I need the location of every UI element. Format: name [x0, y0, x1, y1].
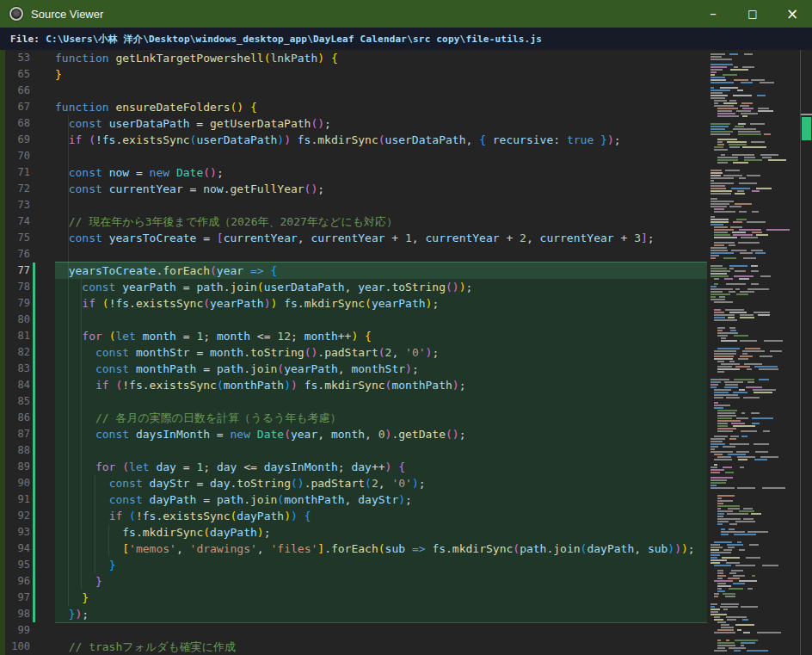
- code-line[interactable]: 67function ensureDateFolders() {: [0, 99, 707, 115]
- minimap-line: [717, 420, 741, 422]
- minimize-button[interactable]: –: [693, 0, 733, 28]
- code-line[interactable]: 77 yearsToCreate.forEach(year => {: [0, 263, 707, 279]
- minimap-line: [742, 146, 766, 148]
- code-line[interactable]: 85: [0, 393, 707, 410]
- code-line[interactable]: 79 if (!fs.existsSync(yearPath)) fs.mkdi…: [0, 295, 707, 312]
- minimap-line: [747, 531, 768, 533]
- close-button[interactable]: ×: [772, 0, 812, 28]
- minimap-line: [744, 53, 753, 55]
- code-line[interactable]: 99: [0, 622, 707, 639]
- minimap-line: [751, 79, 765, 81]
- scrollbar-track[interactable]: [801, 50, 812, 655]
- code-line[interactable]: 97 }: [0, 590, 707, 606]
- code-rows: 53function getLnkTargetPowershell(lnkPat…: [0, 50, 707, 655]
- minimap-line: [710, 273, 727, 275]
- code-line[interactable]: 95 }: [0, 557, 707, 573]
- minimap-line: [770, 350, 782, 352]
- minimap-line: [731, 188, 750, 189]
- code-line[interactable]: 74 // 現在年から3年後まで作成（2026年、2027年などにも対応）: [0, 213, 707, 230]
- minimap-line: [710, 606, 715, 608]
- code-line[interactable]: 93 fs.mkdirSync(dayPath);: [0, 524, 707, 541]
- minimap-line: [740, 252, 753, 254]
- minimap-line: [714, 317, 725, 318]
- code-line[interactable]: 92 if (!fs.existsSync(dayPath)) {: [0, 508, 707, 524]
- minimap-line: [714, 100, 727, 102]
- minimap-line: [710, 386, 717, 388]
- minimap-line: [738, 123, 746, 125]
- code-line[interactable]: 91 const dayPath = path.join(monthPath, …: [0, 491, 707, 508]
- minimap-line: [717, 412, 735, 414]
- code-line[interactable]: 87 const daysInMonth = new Date(year, mo…: [0, 426, 707, 442]
- code-line[interactable]: 78 const yearPath = path.join(userDataPa…: [0, 279, 707, 295]
- code-line[interactable]: 94 ['memos', 'drawings', 'files'].forEac…: [0, 541, 707, 557]
- code-text: const currentYear = now.getFullYear();: [55, 181, 324, 197]
- minimap-line: [717, 361, 724, 362]
- minimap-line: [742, 350, 765, 352]
- minimap-line: [729, 53, 738, 55]
- code-line[interactable]: 53function getLnkTargetPowershell(lnkPat…: [0, 50, 707, 66]
- minimap-line: [729, 291, 735, 293]
- code-line[interactable]: 66: [0, 83, 707, 99]
- code-text: const monthPath = path.join(yearPath, mo…: [55, 361, 419, 377]
- minimap-line: [735, 270, 746, 272]
- minimap-line: [734, 650, 741, 652]
- minimap-line: [740, 314, 754, 316]
- minimap-line: [717, 371, 724, 373]
- code-line[interactable]: 82 const monthStr = month.toString().pad…: [0, 344, 707, 361]
- minimap-line: [721, 627, 734, 628]
- minimap-line: [752, 232, 762, 233]
- code-line[interactable]: 75 const yearsToCreate = [currentYear, c…: [0, 230, 707, 246]
- code-line[interactable]: 100 // trashフォルダも確実に作成: [0, 639, 707, 655]
- minimap-line: [735, 193, 745, 195]
- minimap-line: [717, 330, 723, 331]
- code-line[interactable]: 80: [0, 312, 707, 328]
- minimap-line: [735, 288, 740, 290]
- code-line[interactable]: 81 for (let month = 1; month <= 12; mont…: [0, 328, 707, 344]
- minimap-line: [710, 219, 729, 220]
- minimap-line: [721, 624, 729, 626]
- minimap-line: [731, 250, 747, 251]
- maximize-button[interactable]: □: [733, 0, 772, 29]
- code-line[interactable]: 83 const monthPath = path.join(yearPath,…: [0, 361, 707, 377]
- code-line[interactable]: 69 if (!fs.existsSync(userDataPath)) fs.…: [0, 132, 707, 148]
- code-text: const yearPath = path.join(userDataPath,…: [55, 279, 472, 295]
- minimap-line: [723, 175, 742, 176]
- code-line[interactable]: 71 const now = new Date();: [0, 164, 707, 181]
- code-line[interactable]: 73: [0, 197, 707, 213]
- minimap-line: [717, 647, 725, 649]
- minimap-line: [714, 397, 723, 399]
- code-line[interactable]: 65}: [0, 66, 707, 83]
- minimap-line: [714, 309, 721, 311]
- minimap-line: [747, 221, 766, 223]
- code-line[interactable]: 68 const userDataPath = getUserDataPath(…: [0, 115, 707, 132]
- code-line[interactable]: 98 });: [0, 606, 707, 622]
- code-line[interactable]: 88: [0, 442, 707, 459]
- minimap[interactable]: [707, 50, 800, 655]
- minimap-line: [717, 497, 722, 499]
- code-line[interactable]: 76: [0, 246, 707, 263]
- minimap-line: [710, 469, 724, 471]
- code-line[interactable]: 84 if (!fs.existsSync(monthPath)) fs.mkd…: [0, 377, 707, 393]
- code-line[interactable]: 90 const dayStr = day.toString().padStar…: [0, 475, 707, 491]
- minimap-line: [723, 74, 737, 76]
- minimap-line: [754, 392, 772, 393]
- code-line[interactable]: 70: [0, 148, 707, 164]
- minimap-line: [717, 590, 725, 592]
- minimap-line: [766, 229, 790, 231]
- minimap-line: [717, 642, 735, 644]
- minimap-line: [762, 487, 785, 489]
- code-line[interactable]: 86 // 各月の実際の日数を計算（うるう年も考慮）: [0, 410, 707, 426]
- minimap-line: [727, 619, 736, 621]
- code-text: }: [55, 557, 115, 573]
- minimap-line: [714, 565, 731, 566]
- minimap-line: [710, 603, 717, 605]
- code-line[interactable]: 89 for (let day = 1; day <= daysInMonth;…: [0, 459, 707, 475]
- minimap-line: [730, 330, 736, 331]
- code-editor: 53function getLnkTargetPowershell(lnkPat…: [0, 50, 812, 655]
- minimap-line: [738, 131, 760, 133]
- minimap-line: [725, 170, 740, 171]
- code-line[interactable]: 96 }: [0, 573, 707, 590]
- code-line[interactable]: 72 const currentYear = now.getFullYear()…: [0, 181, 707, 197]
- code-text: yearsToCreate.forEach(year => {: [55, 263, 277, 279]
- minimap-line: [731, 570, 743, 572]
